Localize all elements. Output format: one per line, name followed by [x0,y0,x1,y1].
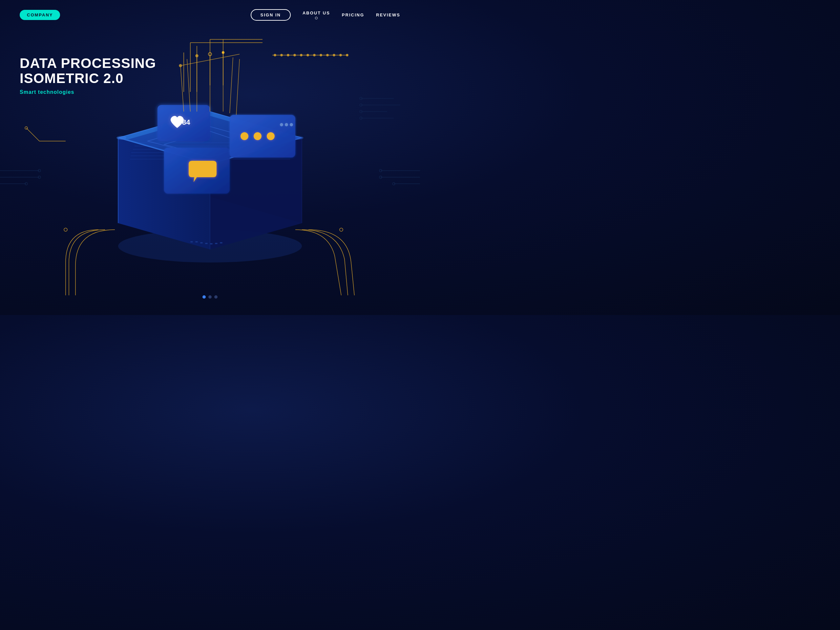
svg-point-92 [208,52,212,56]
svg-point-5 [25,182,28,185]
svg-line-83 [187,59,190,112]
svg-rect-71 [220,242,223,243]
svg-point-44 [360,117,362,120]
svg-rect-65 [190,241,193,243]
svg-rect-75 [230,115,295,158]
svg-marker-57 [148,125,262,158]
svg-line-35 [26,128,39,141]
svg-point-26 [313,54,315,56]
svg-rect-67 [200,242,203,243]
svg-point-79 [280,123,283,126]
svg-point-78 [267,132,275,140]
svg-point-27 [320,54,322,56]
svg-rect-70 [215,243,218,244]
pricing-nav-item[interactable]: PRICING [342,13,364,17]
svg-point-91 [196,54,198,57]
svg-point-20 [274,54,276,56]
signin-button[interactable]: SIGN IN [251,9,291,21]
svg-line-87 [230,57,233,113]
hero-subtitle: Smart technologies [20,89,156,95]
svg-point-77 [254,132,262,140]
company-badge[interactable]: COMPANY [20,10,60,20]
svg-point-64 [294,136,303,140]
svg-point-41 [360,97,362,100]
svg-point-45 [118,230,302,262]
navigation: SIGN IN ABOUT US PRICING REVIEWS [251,9,400,21]
svg-point-10 [379,176,382,178]
svg-point-25 [307,54,309,56]
svg-rect-68 [205,243,208,244]
svg-marker-58 [164,131,249,157]
svg-point-29 [333,54,335,56]
svg-marker-50 [128,116,292,163]
header: COMPANY SIGN IN ABOUT US PRICING REVIEWS [0,0,420,30]
svg-point-42 [360,104,362,106]
svg-rect-66 [195,241,198,243]
svg-point-3 [38,169,41,172]
svg-point-33 [339,228,343,231]
svg-point-23 [294,54,296,56]
svg-point-30 [339,54,341,56]
svg-marker-48 [210,138,302,249]
svg-marker-59 [118,112,302,164]
svg-point-90 [179,64,182,67]
carousel-dot-2[interactable] [208,295,212,298]
carousel-dots [202,295,218,298]
svg-point-31 [346,54,348,56]
svg-rect-72 [158,105,210,141]
svg-text:84: 84 [182,118,190,126]
about-nav-item[interactable]: ABOUT US [303,11,330,19]
svg-point-63 [117,136,126,140]
svg-line-82 [180,66,184,112]
svg-rect-69 [210,243,213,245]
svg-point-76 [240,132,248,140]
about-active-indicator [315,17,317,19]
svg-point-93 [222,51,224,54]
svg-point-43 [360,110,362,113]
svg-point-11 [392,182,395,185]
svg-line-89 [180,54,240,66]
svg-point-9 [379,169,382,172]
svg-marker-49 [118,112,302,164]
svg-point-4 [38,176,41,178]
reviews-nav-item[interactable]: REVIEWS [376,13,400,17]
svg-line-88 [236,59,240,115]
svg-point-80 [285,123,288,126]
svg-marker-46 [118,197,302,249]
svg-rect-74 [164,148,230,194]
carousel-dot-1[interactable] [202,295,206,298]
svg-point-24 [300,54,302,56]
svg-point-21 [281,54,283,56]
svg-marker-47 [118,138,210,249]
svg-point-36 [25,127,28,129]
svg-point-32 [64,228,67,231]
hero-title: DATA PROCESSING ISOMETRIC 2.0 [20,56,156,86]
svg-point-22 [287,54,289,56]
svg-point-81 [290,123,293,126]
svg-point-28 [327,54,328,56]
carousel-dot-3[interactable] [214,295,218,298]
hero-section: DATA PROCESSING ISOMETRIC 2.0 Smart tech… [20,56,156,95]
